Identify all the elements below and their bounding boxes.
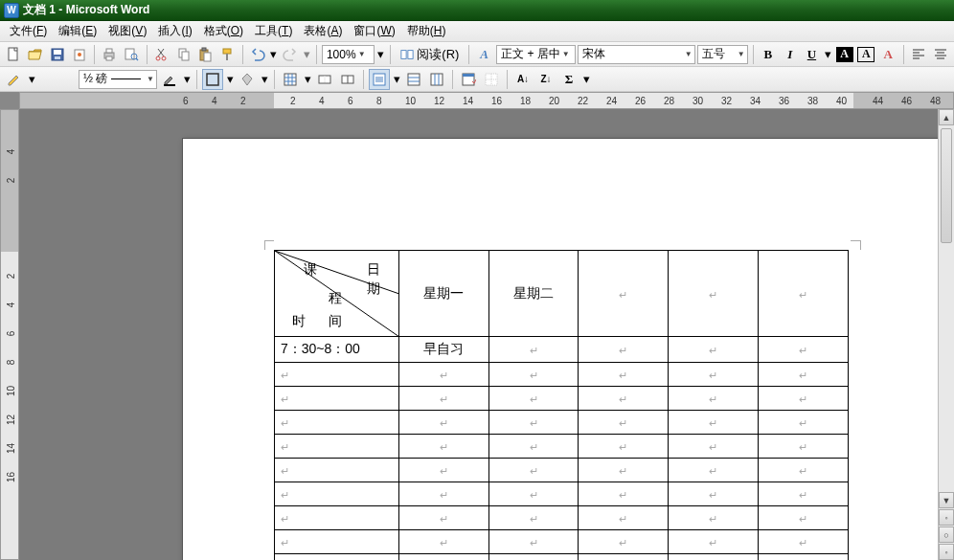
table-cell[interactable]	[669, 554, 759, 561]
style-combo[interactable]: 正文 + 居中 ▼	[496, 45, 576, 64]
line-weight-combo[interactable]: ½ 磅 ▼	[79, 70, 157, 89]
print-button[interactable]	[100, 44, 120, 65]
table-cell[interactable]	[669, 387, 759, 411]
menu-edit[interactable]: 编辑(E)	[53, 21, 102, 41]
table-cell[interactable]	[488, 506, 579, 530]
table-cell[interactable]	[669, 435, 759, 459]
time-cell[interactable]: 7：30~8：00	[275, 337, 399, 363]
table-cell[interactable]	[488, 554, 579, 561]
table-cell[interactable]	[669, 337, 759, 363]
table-cell[interactable]	[579, 363, 669, 387]
column-header[interactable]	[759, 251, 849, 337]
column-header[interactable]	[669, 251, 759, 337]
merge-cells-button[interactable]	[314, 69, 335, 90]
align-center-button[interactable]	[930, 44, 950, 65]
menu-table[interactable]: 表格(A)	[298, 21, 348, 41]
insert-table-button[interactable]	[280, 69, 301, 90]
autosum-button[interactable]: Σ	[558, 69, 579, 90]
table-cell[interactable]	[488, 435, 579, 459]
menu-help[interactable]: 帮助(H)	[401, 21, 452, 41]
table-cell[interactable]	[759, 411, 849, 435]
table-cell[interactable]	[275, 482, 399, 506]
vertical-scrollbar[interactable]: ▲ ▼ ◦ ○ ◦	[938, 109, 954, 560]
table-cell[interactable]	[398, 554, 488, 561]
table-cell[interactable]	[669, 506, 759, 530]
table-cell[interactable]	[275, 387, 399, 411]
table-cell[interactable]	[275, 554, 399, 561]
shading-button[interactable]	[237, 69, 258, 90]
table-cell[interactable]	[488, 530, 579, 554]
table-cell[interactable]	[579, 337, 669, 363]
align-cell-dropdown[interactable]: ▾	[392, 69, 401, 90]
schedule-table[interactable]: 课 日 期 程 时 间星期一星期二7：30~8：00早自习	[274, 250, 849, 560]
table-cell[interactable]	[759, 554, 849, 561]
table-cell[interactable]	[759, 387, 849, 411]
scroll-up-button[interactable]: ▲	[939, 109, 954, 125]
diagonal-header-cell[interactable]: 课 日 期 程 时 间	[275, 251, 399, 337]
scroll-thumb[interactable]	[941, 128, 952, 243]
redo-button[interactable]	[281, 44, 301, 65]
toolbar-more[interactable]: ▾	[376, 44, 386, 65]
autoformat-button[interactable]	[458, 69, 479, 90]
underline-dropdown[interactable]: ▾	[824, 44, 833, 65]
table-cell[interactable]	[488, 459, 579, 482]
table-cell[interactable]	[579, 459, 669, 482]
menu-window[interactable]: 窗口(W)	[348, 21, 400, 41]
table-cell[interactable]	[759, 435, 849, 459]
scroll-down-button[interactable]: ▼	[939, 492, 954, 508]
format-aa-button[interactable]: A	[474, 44, 494, 65]
table-cell[interactable]	[669, 482, 759, 506]
line-color-dropdown[interactable]: ▾	[182, 69, 192, 90]
sort-desc-button[interactable]: Z↓	[535, 69, 556, 90]
open-button[interactable]	[26, 44, 46, 65]
table-cell[interactable]	[275, 411, 399, 435]
table-cell[interactable]	[488, 363, 579, 387]
table-cell[interactable]	[275, 506, 399, 530]
table-cell[interactable]	[669, 363, 759, 387]
char-border-button[interactable]: A	[856, 44, 876, 65]
table-cell[interactable]	[579, 387, 669, 411]
table-cell[interactable]	[579, 482, 669, 506]
text-effect-button[interactable]: A	[878, 44, 898, 65]
align-cell-button[interactable]	[369, 69, 390, 90]
reading-layout-button[interactable]: 阅读(R)	[396, 44, 464, 65]
print-preview-button[interactable]	[122, 44, 142, 65]
table-cell[interactable]	[488, 411, 579, 435]
table-cell[interactable]	[759, 459, 849, 482]
next-page-button[interactable]: ◦	[939, 544, 954, 560]
redo-dropdown[interactable]: ▾	[303, 44, 312, 65]
browse-object-button[interactable]: ○	[939, 526, 954, 543]
undo-dropdown[interactable]: ▾	[269, 44, 279, 65]
sort-asc-button[interactable]: A↓	[512, 69, 534, 90]
table-cell[interactable]	[579, 435, 669, 459]
menu-format[interactable]: 格式(O)	[198, 21, 249, 41]
table-cell[interactable]	[579, 530, 669, 554]
table-cell[interactable]	[275, 530, 399, 554]
column-header[interactable]: 星期一	[398, 251, 488, 337]
table-cell[interactable]	[759, 482, 849, 506]
cut-button[interactable]	[151, 44, 171, 65]
menu-insert[interactable]: 插入(I)	[152, 21, 197, 41]
ruler-horizontal[interactable]: 6422468101214161820222426283032343638404…	[0, 92, 954, 109]
distribute-rows-button[interactable]	[403, 69, 424, 90]
table-cell[interactable]	[488, 482, 579, 506]
insert-table-dropdown[interactable]: ▾	[303, 69, 312, 90]
table-cell[interactable]	[398, 435, 488, 459]
column-header[interactable]	[579, 251, 669, 337]
page[interactable]: 课 日 期 程 时 间星期一星期二7：30~8：00早自习	[182, 138, 943, 560]
table-cell[interactable]	[398, 482, 488, 506]
table-cell[interactable]	[398, 363, 488, 387]
menu-tools[interactable]: 工具(T)	[249, 21, 298, 41]
new-doc-button[interactable]	[4, 44, 24, 65]
table-cell[interactable]	[398, 411, 488, 435]
font-size-combo[interactable]: 五号 ▼	[697, 45, 748, 64]
align-left-button[interactable]	[909, 44, 929, 65]
copy-button[interactable]	[173, 44, 193, 65]
draw-table-button[interactable]	[4, 69, 25, 90]
table-cell[interactable]	[759, 337, 849, 363]
document-scroll[interactable]: 课 日 期 程 时 间星期一星期二7：30~8：00早自习	[19, 109, 954, 560]
table-cell[interactable]	[579, 411, 669, 435]
table-cell[interactable]	[579, 506, 669, 530]
column-header[interactable]: 星期二	[488, 251, 579, 337]
paste-button[interactable]	[195, 44, 216, 65]
